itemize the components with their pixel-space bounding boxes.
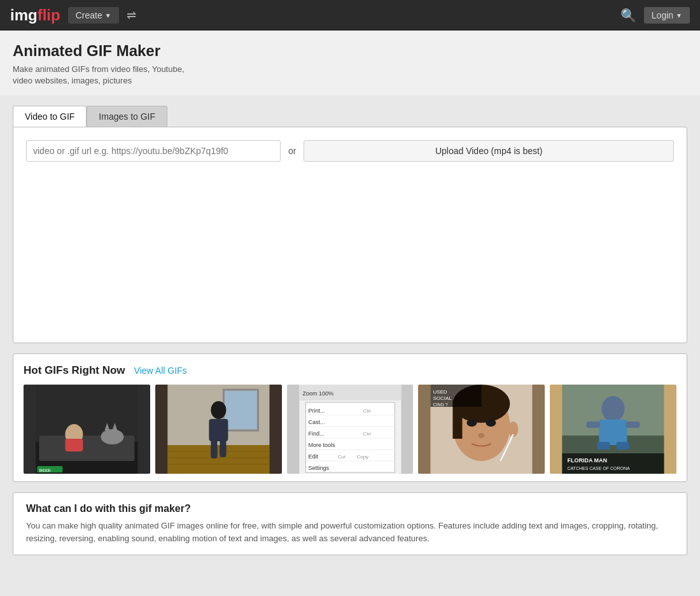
svg-point-50 [467,419,477,427]
svg-point-59 [602,396,625,422]
page-subtitle: Make animated GIFs from video files, You… [13,64,687,87]
upload-video-button[interactable]: Upload Video (mp4 is best) [304,140,674,162]
search-icon: 🔍 [620,8,636,22]
svg-rect-24 [211,439,217,457]
page-title: Animated GIF Maker [13,42,687,60]
svg-text:CATCHES CASE OF CORONA: CATCHES CASE OF CORONA [568,466,631,471]
page-title-section: Animated GIF Maker Make animated GIFs fr… [0,31,700,96]
view-all-gifs-link[interactable]: View All GIFs [134,365,187,376]
svg-rect-23 [209,419,228,441]
gif-grid: likbbb [24,385,676,474]
create-label: Create [76,10,102,20]
create-button[interactable]: Create ▼ [68,7,119,24]
tab-images-to-gif[interactable]: Images to GIF [87,106,167,127]
search-button[interactable]: 🔍 [620,8,636,23]
svg-rect-63 [587,422,601,428]
svg-rect-25 [220,439,226,456]
svg-text:Zoom    100%: Zoom 100% [302,390,333,397]
svg-point-5 [101,429,123,444]
svg-text:Settings: Settings [308,465,329,471]
video-url-input[interactable] [26,140,281,162]
main-content: Video to GIF Images to GIF or Upload Vid… [0,96,700,565]
svg-text:FLORIDA MAN: FLORIDA MAN [568,457,608,464]
svg-text:likbbb: likbbb [39,468,50,472]
svg-rect-61 [598,442,610,450]
svg-point-22 [211,401,226,419]
hot-gifs-title: Hot GIFs Right Now [24,364,125,377]
svg-rect-65 [563,453,664,474]
faq-section: What can I do with this gif maker? You c… [13,492,687,555]
svg-rect-20 [225,391,256,429]
gif-thumb-3[interactable]: Zoom 100% Print... Ctrl Cast... Find... … [287,385,414,474]
gif-thumb-2[interactable] [155,385,282,474]
svg-text:Edit: Edit [308,453,318,460]
logo[interactable]: imgflip [10,6,60,24]
shuffle-icon[interactable]: ⇌ [127,8,136,22]
logo-flip-text: flip [38,6,60,24]
svg-rect-62 [617,442,629,450]
svg-rect-11 [167,445,269,474]
gif-thumb-1[interactable]: likbbb [24,385,150,474]
login-label: Login [652,10,673,20]
logo-img-text: img [10,6,38,24]
svg-text:Print...: Print... [308,408,325,414]
url-row: or Upload Video (mp4 is best) [26,140,674,162]
svg-text:USED: USED [433,389,447,395]
svg-text:SOCIAL: SOCIAL [433,395,452,401]
header: imgflip Create ▼ ⇌ 🔍 Login ▼ [0,0,700,31]
svg-text:CING ?: CING ? [433,402,448,407]
svg-rect-4 [65,439,83,451]
svg-point-51 [486,419,496,427]
login-caret-icon: ▼ [676,12,682,19]
login-button[interactable]: Login ▼ [644,7,690,24]
svg-text:Ctrl: Ctrl [363,408,371,414]
svg-text:Cast...: Cast... [308,419,325,425]
faq-text: You can make high quality animated GIF i… [26,520,674,544]
svg-point-52 [479,433,485,438]
svg-text:Find...: Find... [308,430,324,437]
svg-text:More tools: More tools [308,442,335,448]
svg-text:Copy: Copy [356,454,368,460]
hot-gifs-section: Hot GIFs Right Now View All GIFs [13,353,687,482]
tabs-container: Video to GIF Images to GIF [13,106,687,127]
gif-thumb-5[interactable]: FLORIDA MAN CATCHES CASE OF CORONA [550,385,676,474]
gif-thumb-4[interactable]: USED SOCIAL CING ? [418,385,545,474]
section-header: Hot GIFs Right Now View All GIFs [24,364,676,377]
svg-text:Cut: Cut [337,454,346,460]
svg-rect-64 [626,422,640,428]
svg-text:Ctrl: Ctrl [363,431,371,437]
or-label: or [288,146,296,156]
faq-title: What can I do with this gif maker? [26,503,674,514]
create-caret-icon: ▼ [105,12,111,19]
tab-video-to-gif[interactable]: Video to GIF [13,106,87,127]
tab-content-box: or Upload Video (mp4 is best) [13,127,687,343]
svg-rect-60 [599,420,627,445]
